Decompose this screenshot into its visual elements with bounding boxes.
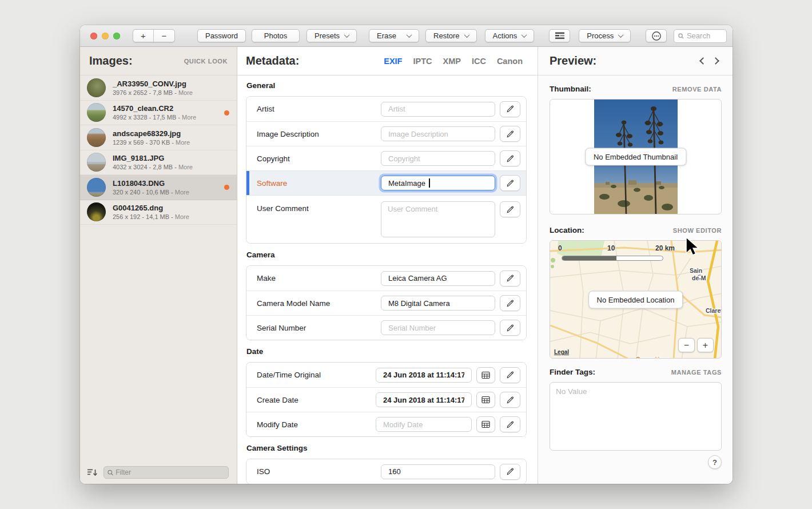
calendar-button[interactable] [476, 416, 495, 432]
more-options-button[interactable] [646, 29, 667, 42]
show-editor-button[interactable]: SHOW EDITOR [673, 227, 722, 234]
image-texts: L1018043.DNG320 x 240 - 10,6 MB -More [113, 178, 189, 196]
more-link[interactable]: More [182, 114, 196, 121]
tab-canon[interactable]: Canon [497, 57, 523, 66]
edit-button[interactable] [500, 295, 520, 311]
edit-button[interactable] [500, 150, 520, 166]
location-map[interactable]: Sain de-M Claret Sommières 0 10 20 km [550, 240, 722, 359]
more-link[interactable]: More [178, 164, 193, 170]
sort-icon[interactable] [87, 468, 98, 477]
edit-button[interactable] [500, 101, 520, 117]
chevron-down-icon [464, 32, 469, 38]
tab-xmp[interactable]: XMP [443, 57, 460, 66]
manage-tags-button[interactable]: MANAGE TAGS [671, 369, 722, 376]
field-input[interactable] [376, 368, 472, 383]
field-input[interactable] [376, 392, 472, 407]
edit-button[interactable] [500, 416, 520, 432]
image-list-item[interactable]: IMG_9181.JPG4032 x 3024 - 2,8 MB -More [80, 150, 237, 176]
calendar-button[interactable] [476, 367, 495, 383]
edit-pencil-icon [506, 130, 515, 138]
thumbnail-preview: No Embedded Thumbnail [550, 99, 722, 214]
image-list-item[interactable]: _AR33950_CONV.jpg3976 x 2652 - 7,8 MB -M… [80, 75, 237, 101]
image-name: 14570_clean.CR2 [113, 104, 196, 113]
field-input[interactable] [381, 464, 495, 479]
field-label: Make [257, 274, 381, 283]
image-list-item[interactable]: andscape68329.jpg1239 x 569 - 370 KB -Mo… [80, 125, 237, 150]
image-texts: IMG_9181.JPG4032 x 3024 - 2,8 MB -More [113, 153, 193, 171]
map-zoom-in-button[interactable]: + [697, 338, 714, 352]
map-zoom-out-button[interactable]: − [678, 338, 695, 352]
edit-button[interactable] [500, 367, 520, 383]
previous-image-button[interactable] [699, 57, 707, 65]
metadata-panel: Metadata: EXIFIPTCXMPICCCanon GeneralArt… [237, 47, 538, 484]
svg-text:Sain: Sain [690, 267, 702, 274]
edit-button[interactable] [500, 320, 520, 336]
field-input[interactable] [381, 126, 495, 141]
tab-icc[interactable]: ICC [472, 57, 486, 66]
password-button[interactable]: Password [197, 29, 246, 42]
remove-data-button[interactable]: REMOVE DATA [672, 86, 722, 93]
edit-button[interactable] [500, 201, 520, 217]
more-link[interactable]: More [176, 139, 190, 146]
erase-dropdown[interactable]: Erase [369, 29, 419, 42]
filter-input[interactable] [116, 468, 225, 476]
field-input[interactable] [381, 102, 495, 117]
image-list-item[interactable]: G0041265.dng256 x 192 - 14,1 MB -More [80, 200, 237, 225]
section-title: Camera [246, 250, 527, 259]
metadata-header: Metadata: EXIFIPTCXMPICCCanon [237, 47, 538, 75]
presets-dropdown[interactable]: Presets [307, 29, 357, 42]
field-input[interactable] [376, 417, 472, 432]
tab-iptc[interactable]: IPTC [413, 57, 432, 66]
map-legal-link[interactable]: Legal [554, 349, 569, 355]
zoom-button[interactable] [113, 33, 120, 39]
section-title: Date [246, 347, 527, 356]
search-field[interactable] [674, 29, 727, 43]
calendar-button[interactable] [476, 392, 495, 408]
edit-button[interactable] [500, 392, 520, 408]
metadata-row: Image Description [246, 121, 526, 146]
field-input[interactable] [381, 320, 495, 335]
metadata-list-button[interactable] [549, 29, 570, 42]
image-name: IMG_9181.JPG [113, 153, 193, 163]
edit-button[interactable] [500, 175, 520, 191]
field-input[interactable] [381, 151, 495, 166]
search-input[interactable] [687, 31, 722, 40]
edit-button[interactable] [500, 126, 520, 142]
edit-pencil-icon [506, 324, 515, 332]
next-image-button[interactable] [712, 57, 719, 65]
minimize-button[interactable] [102, 33, 109, 39]
metadata-card: Date/Time OriginalCreate DateModify Date [246, 362, 527, 437]
more-link[interactable]: More [178, 89, 193, 96]
more-link[interactable]: More [175, 189, 189, 196]
image-list-item[interactable]: 14570_clean.CR24992 x 3328 - 17,5 MB -Mo… [80, 101, 237, 126]
edit-button[interactable] [500, 464, 520, 480]
quick-look-button[interactable]: QUICK LOOK [184, 58, 228, 65]
tab-exif[interactable]: EXIF [384, 57, 402, 66]
metadata-row: Modify Date [246, 412, 526, 436]
field-input[interactable] [381, 296, 495, 311]
image-list-item[interactable]: L1018043.DNG320 x 240 - 10,6 MB -More [80, 175, 237, 200]
metadata-card: ArtistImage DescriptionCopyrightSoftware… [246, 96, 527, 244]
field-input[interactable] [381, 176, 495, 190]
process-dropdown[interactable]: Process [579, 29, 631, 42]
restore-dropdown[interactable]: Restore [425, 29, 477, 42]
photos-button[interactable]: Photos [252, 29, 300, 42]
field-input[interactable] [381, 201, 495, 237]
location-section-header: Location: SHOW EDITOR [550, 226, 722, 234]
image-thumbnail [87, 103, 106, 122]
chevron-down-icon [522, 32, 527, 38]
finder-tags-input[interactable] [550, 383, 721, 450]
image-texts: G0041265.dng256 x 192 - 14,1 MB -More [113, 203, 189, 221]
close-button[interactable] [90, 33, 97, 39]
image-info: 320 x 240 - 10,6 MB -More [113, 188, 189, 196]
filter-field[interactable] [104, 466, 229, 479]
more-link[interactable]: More [175, 213, 189, 220]
help-button[interactable]: ? [708, 455, 722, 469]
remove-image-button[interactable]: − [154, 30, 174, 42]
add-image-button[interactable]: + [133, 30, 154, 42]
actions-dropdown[interactable]: Actions [485, 29, 535, 42]
field-input[interactable] [381, 271, 495, 286]
edit-button[interactable] [500, 271, 520, 287]
edit-pencil-icon [506, 205, 515, 214]
image-texts: _AR33950_CONV.jpg3976 x 2652 - 7,8 MB -M… [113, 79, 193, 97]
